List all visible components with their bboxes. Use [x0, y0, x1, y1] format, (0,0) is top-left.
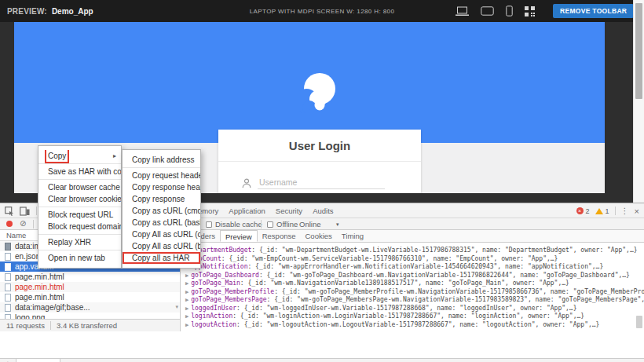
- expand-arrow-icon[interactable]: ▶: [185, 313, 188, 320]
- json-tree-row[interactable]: ▶EmpCount: {_id: "wm-EmpCount-wm.Service…: [185, 255, 644, 264]
- json-tree-row[interactable]: ▶goToPage_Main: {_id: "wm-wm.NavigationV…: [185, 280, 644, 288]
- request-count: 11 requests: [6, 321, 45, 330]
- expand-arrow-icon[interactable]: ▶: [185, 272, 188, 279]
- qr-code-icon[interactable]: [525, 6, 535, 16]
- network-request-row[interactable]: data:image/gif;base...: [0, 302, 180, 313]
- json-tree-row[interactable]: ▶goToPage_MemberProfile: {_id: "wm-goToP…: [185, 288, 644, 297]
- context-menu-item[interactable]: Block request URL ▸: [38, 209, 121, 221]
- separator: [33, 220, 34, 229]
- devtools-menu-icon[interactable]: ⋮: [621, 207, 629, 215]
- devtools-close-icon[interactable]: ×: [635, 207, 639, 216]
- devtools-tabs: MemoryApplicationSecurityAudits: [192, 203, 334, 218]
- context-submenu-item[interactable]: Copy response: [123, 193, 200, 205]
- username-input[interactable]: [258, 175, 385, 189]
- context-menu-item[interactable]: Open in new tab ▸: [38, 252, 121, 264]
- separator: [615, 207, 616, 215]
- network-request-row[interactable]: page.min.html: [0, 272, 180, 282]
- console-tab[interactable]: Console: [16, 359, 60, 362]
- network-request-row[interactable]: page.min.html: [0, 292, 180, 302]
- warning-count-icon[interactable]: [595, 208, 603, 214]
- file-icon: [5, 243, 11, 250]
- file-icon: [5, 294, 11, 302]
- submenu-arrow-icon: ▸: [113, 152, 116, 159]
- drawer-close-icon[interactable]: ×: [627, 359, 644, 362]
- expand-arrow-icon[interactable]: ▶: [185, 305, 188, 312]
- disable-cache-checkbox[interactable]: [206, 221, 212, 228]
- file-icon: [5, 263, 11, 271]
- record-icon[interactable]: [6, 221, 13, 227]
- console-tabbar: ⋮ ConsoleWhat's NewSearch ×: [0, 359, 644, 362]
- phone-icon[interactable]: [506, 5, 513, 16]
- devtools-tab[interactable]: Application: [229, 207, 265, 215]
- json-tree-row[interactable]: ▶logoutAction: {_id: "wm-logoutAction-wm…: [185, 321, 644, 330]
- detail-tab[interactable]: Response: [258, 230, 301, 242]
- context-menu-item[interactable]: Clear browser cookies ▸: [38, 193, 121, 207]
- context-menu-item[interactable]: Copy ▸: [38, 150, 121, 164]
- chevron-down-icon[interactable]: ▾: [336, 221, 339, 228]
- warning-count: 1: [606, 207, 609, 215]
- json-tree-row[interactable]: ▶DepartmentBudget: {_id: "wm-DepartmentB…: [185, 247, 644, 255]
- error-count-icon[interactable]: ×: [576, 207, 584, 214]
- detail-tab[interactable]: Cookies: [301, 230, 337, 242]
- context-submenu-item[interactable]: Copy all as HAR: [123, 252, 200, 264]
- json-preview: ▶DepartmentBudget: {_id: "wm-DepartmentB…: [181, 243, 644, 331]
- console-drawer: ⋮ ConsoleWhat's NewSearch × ⊘ top ▾: [0, 358, 644, 362]
- drawer-menu-icon[interactable]: ⋮: [0, 359, 16, 362]
- offline-checkbox[interactable]: [267, 221, 273, 228]
- json-tree-row[interactable]: ▶loggedInUser: {_id: "wm-loggedInUser-wm…: [185, 305, 644, 313]
- context-submenu-item[interactable]: Copy request headers: [123, 170, 200, 181]
- network-summary: 11 requests 3.4 KB transferred: [0, 319, 180, 331]
- context-submenu-item[interactable]: Copy All as cURL (bash): [123, 240, 200, 252]
- screenshot-root: PREVIEW: Demo_App LAPTOP WITH MDPI SCREE…: [0, 0, 644, 362]
- remove-toolbar-button[interactable]: REMOVE TOOLBAR: [553, 4, 634, 18]
- expand-arrow-icon[interactable]: ▶: [185, 297, 188, 303]
- json-tree-row[interactable]: ▶goToPage_Dashboard: {_id: "wm-goToPage_…: [185, 272, 644, 280]
- context-submenu-item[interactable]: Copy All as cURL (cmd): [123, 229, 200, 240]
- detail-scrollbar-thumb[interactable]: [636, 316, 642, 328]
- json-tree-row[interactable]: ▶loginAction: {_id: "wm-loginAction-wm.L…: [185, 313, 644, 321]
- context-menu-item[interactable]: Save as HAR with content ▸: [38, 166, 121, 180]
- device-toolbar-icon[interactable]: [20, 206, 30, 216]
- expand-arrow-icon[interactable]: ▶: [185, 322, 188, 328]
- file-icon: [5, 283, 11, 291]
- card-divider: [218, 161, 421, 162]
- error-count: 2: [586, 207, 590, 215]
- context-menu: Copy ▸ Save as HAR with content ▸ Clear …: [38, 145, 122, 269]
- console-tab[interactable]: What's New: [60, 359, 115, 362]
- detail-tab[interactable]: Timing: [337, 230, 368, 242]
- inspect-element-icon[interactable]: [5, 207, 14, 216]
- expand-arrow-icon[interactable]: ▶: [185, 280, 188, 287]
- context-submenu-item[interactable]: Copy as cURL (cmd): [123, 205, 200, 217]
- context-submenu-item[interactable]: Copy response headers: [123, 181, 200, 193]
- network-request-row[interactable]: page.min.html: [0, 282, 180, 292]
- separator: [261, 220, 262, 229]
- context-menu-item[interactable]: Replay XHR ▸: [38, 236, 121, 250]
- detail-tab[interactable]: Preview: [220, 230, 258, 242]
- devtools-tab[interactable]: Security: [276, 207, 302, 215]
- context-menu-item[interactable]: Clear browser cache ▸: [38, 181, 121, 193]
- separator: [50, 321, 51, 330]
- file-icon: [5, 273, 11, 281]
- browser-scrollbar[interactable]: [633, 0, 644, 203]
- throttling-dropdown[interactable]: Online: [299, 220, 320, 229]
- context-submenu-item[interactable]: Copy as cURL (bash): [123, 217, 200, 229]
- detail-tabs: HeadersPreviewResponseCookiesTiming: [181, 230, 644, 243]
- json-tree-row[interactable]: ▶goToPage_MembersPage: {_id: "wm-goToPag…: [185, 296, 644, 305]
- devtools-tab[interactable]: Audits: [313, 207, 333, 215]
- scroll-down-icon[interactable]: ▾: [175, 304, 178, 310]
- login-card: User Login: [218, 130, 421, 193]
- clear-icon[interactable]: ⊘: [20, 218, 26, 229]
- file-icon: [5, 253, 11, 261]
- file-icon: [5, 304, 11, 312]
- json-tree-row[interactable]: ▶appNotification: {_id: "wm-appErrorHand…: [185, 263, 644, 272]
- login-title: User Login: [218, 130, 421, 152]
- scrollbar-thumb[interactable]: [635, 3, 642, 99]
- context-submenu-item[interactable]: Copy link address: [123, 154, 200, 168]
- context-menu-item[interactable]: Block request domain ▸: [38, 221, 121, 235]
- tablet-icon[interactable]: [481, 6, 494, 16]
- console-tab[interactable]: Search: [115, 359, 155, 362]
- network-request-row[interactable]: logo.png: [0, 313, 180, 319]
- offline-label: Offline: [276, 220, 298, 229]
- laptop-icon[interactable]: [456, 6, 469, 16]
- expand-arrow-icon[interactable]: ▶: [185, 289, 188, 295]
